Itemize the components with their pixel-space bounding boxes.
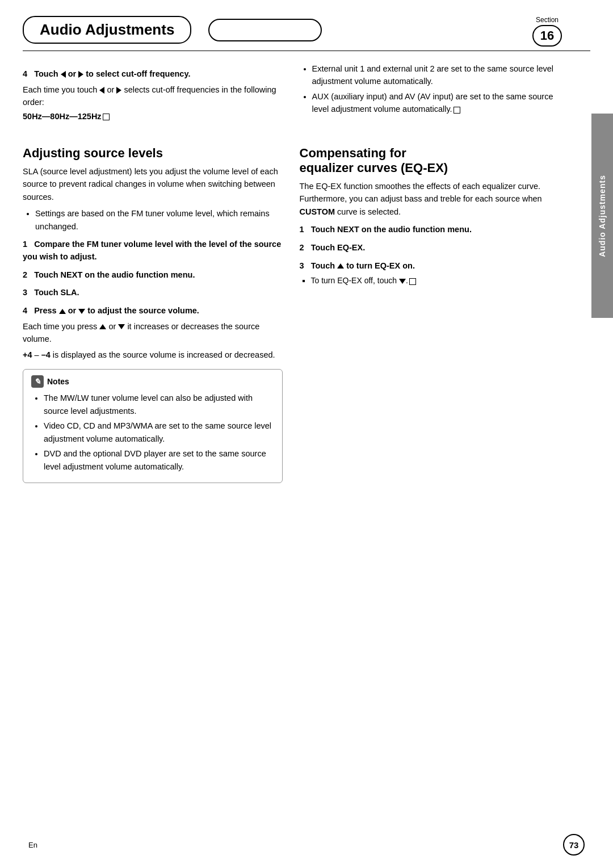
right-col-top: External unit 1 and external unit 2 are …	[300, 62, 560, 124]
step4-heading: 4 Touch or to select cut-off frequency.	[23, 68, 283, 81]
eq-step1: 1 Touch NEXT on the audio function menu.	[300, 224, 560, 236]
bullet-aux: AUX (auxiliary input) and AV (AV input) …	[312, 90, 560, 116]
tri-up-inline	[99, 324, 106, 329]
section1-bullets: Settings are based on the FM tuner volum…	[35, 207, 283, 233]
section2-intro: The EQ-EX function smoothes the effects …	[300, 180, 560, 218]
triangle-right-icon	[78, 71, 83, 78]
step4-body: Each time you touch or selects cut-off f…	[23, 83, 283, 109]
top-two-col: 4 Touch or to select cut-off frequency. …	[23, 62, 559, 124]
notes-label: Notes	[47, 377, 69, 386]
sq-ref-eq	[409, 278, 416, 285]
note1: The MW/LW tuner volume level can also be…	[44, 392, 274, 417]
section1-title: Adjusting source levels	[23, 146, 283, 161]
notes-box: ✎ Notes The MW/LW tuner volume level can…	[23, 369, 283, 483]
sq-ref-aux	[454, 107, 460, 114]
eq-step3-bullet1: To turn EQ-EX off, touch .	[311, 275, 560, 287]
tri-right-inline	[116, 87, 121, 94]
freq-line: 50Hz—80Hz—125Hz	[23, 112, 283, 121]
eq-step2-heading: 2 Touch EQ-EX.	[300, 242, 560, 254]
tri-up-eq	[337, 263, 344, 269]
square-ref-icon	[103, 114, 110, 120]
sla-step1: 1 Compare the FM tuner volume level with…	[23, 238, 283, 263]
sla-step1-heading: 1 Compare the FM tuner volume level with…	[23, 238, 283, 263]
tri-down-inline	[118, 324, 125, 329]
right-col-main: Compensating forequalizer curves (EQ-EX)…	[300, 136, 560, 291]
section1-bullet1: Settings are based on the FM tuner volum…	[35, 207, 283, 233]
footer-en-label: En	[28, 841, 37, 849]
bullet-ext1: External unit 1 and external unit 2 are …	[312, 62, 560, 88]
sla-step2: 2 Touch NEXT on the audio function menu.	[23, 269, 283, 282]
sla-step3-heading: 3 Touch SLA.	[23, 287, 283, 299]
right-bullet-list: External unit 1 and external unit 2 are …	[312, 62, 560, 116]
footer: En 73	[0, 834, 613, 856]
section-number: 16	[532, 25, 562, 47]
sla-step4-body2: +4 – –4 is displayed as the source volum…	[23, 349, 283, 361]
main-two-col: Adjusting source levels SLA (source leve…	[23, 136, 559, 489]
vertical-tab-text: Audio Adjustments	[598, 175, 607, 257]
tri-down-icon	[78, 309, 85, 314]
vertical-tab: Audio Adjustments	[591, 114, 613, 318]
notes-icon: ✎	[31, 375, 44, 388]
notes-header: ✎ Notes	[31, 375, 274, 388]
sla-step4: 4 Press or to adjust the source volume. …	[23, 305, 283, 361]
eq-step2: 2 Touch EQ-EX.	[300, 242, 560, 254]
eq-step3: 3 Touch to turn EQ-EX on. To turn EQ-EX …	[300, 260, 560, 287]
tri-down-eq	[399, 279, 406, 284]
header-empty-box	[208, 19, 322, 41]
tri-up-icon	[59, 309, 66, 314]
section-label: Section	[536, 16, 559, 24]
page: Audio Adjustments Section 16 Audio Adjus…	[0, 0, 613, 868]
note3: DVD and the optional DVD player are set …	[44, 447, 274, 473]
page-title: Audio Adjustments	[23, 16, 191, 44]
sla-step2-heading: 2 Touch NEXT on the audio function menu.	[23, 269, 283, 282]
section-box: Section 16	[532, 16, 562, 47]
section2-title: Compensating forequalizer curves (EQ-EX)	[300, 146, 560, 175]
note2: Video CD, CD and MP3/WMA are set to the …	[44, 420, 274, 445]
step4-block: 4 Touch or to select cut-off frequency. …	[23, 68, 283, 121]
footer-page-number: 73	[563, 834, 585, 856]
triangle-left-icon	[61, 71, 66, 78]
notes-list: The MW/LW tuner volume level can also be…	[44, 392, 274, 473]
header: Audio Adjustments Section 16	[0, 0, 613, 44]
sla-step4-heading: 4 Press or to adjust the source volume.	[23, 305, 283, 317]
eq-step1-heading: 1 Touch NEXT on the audio function menu.	[300, 224, 560, 236]
sla-step4-body: Each time you press or it increases or d…	[23, 320, 283, 346]
main-content: 4 Touch or to select cut-off frequency. …	[0, 51, 613, 500]
sla-step3: 3 Touch SLA.	[23, 287, 283, 299]
tri-left-inline	[99, 87, 104, 94]
left-col-main: Adjusting source levels SLA (source leve…	[23, 136, 283, 489]
section1-intro: SLA (source level adjustment) lets you a…	[23, 165, 283, 203]
left-col-top: 4 Touch or to select cut-off frequency. …	[23, 62, 283, 124]
eq-step3-heading: 3 Touch to turn EQ-EX on.	[300, 260, 560, 272]
eq-step3-bullets: To turn EQ-EX off, touch .	[311, 275, 560, 287]
